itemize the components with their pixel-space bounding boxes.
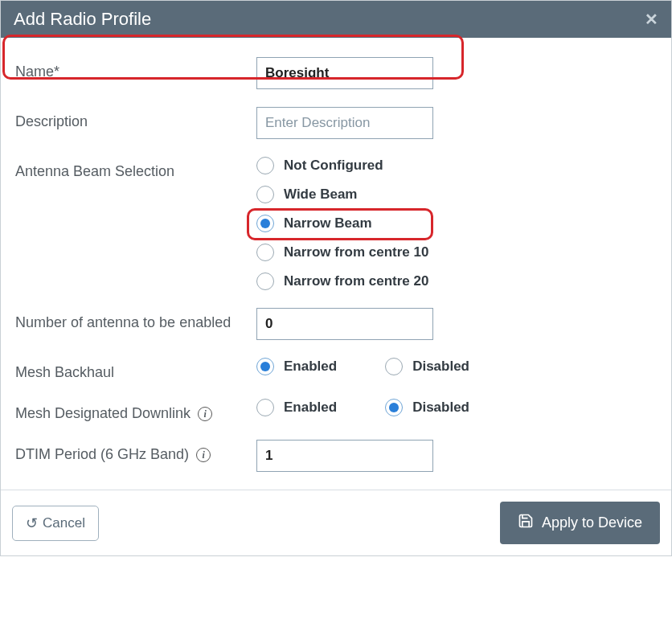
mesh-downlink-enabled[interactable]: Enabled [256,399,337,416]
mesh-backhaul-label: Mesh Backhaul [15,358,256,381]
name-input[interactable] [256,57,433,89]
radio-icon [385,358,403,375]
add-radio-profile-dialog: Add Radio Profile ✕ Name* Description An… [0,0,672,556]
dialog-body: Name* Description Antenna Beam Selection… [1,38,671,490]
info-icon[interactable]: i [198,407,212,421]
radio-icon [256,358,274,375]
dtim-label: DTIM Period (6 GHz Band) i [15,440,256,463]
cancel-button[interactable]: Cancel [12,506,99,541]
antenna-beam-option-narrow-10[interactable]: Narrow from centre 10 [256,244,657,261]
dialog-titlebar: Add Radio Profile ✕ [1,1,671,38]
name-row: Name* [15,57,657,89]
mesh-downlink-row: Mesh Designated Downlink i Enabled Disab… [15,399,657,422]
description-row: Description [15,107,657,139]
antenna-beam-option-narrow-beam[interactable]: Narrow Beam [256,215,657,232]
dialog-title: Add Radio Profile [14,9,151,30]
radio-icon [256,215,274,232]
dtim-row: DTIM Period (6 GHz Band) i [15,440,657,472]
dtim-input[interactable] [256,440,433,472]
antenna-beam-label: Antenna Beam Selection [15,157,256,180]
close-icon[interactable]: ✕ [645,10,658,29]
num-antenna-row: Number of antenna to be enabled [15,308,657,340]
mesh-backhaul-enabled[interactable]: Enabled [256,358,337,375]
mesh-backhaul-row: Mesh Backhaul Enabled Disabled [15,358,657,381]
antenna-beam-option-narrow-20[interactable]: Narrow from centre 20 [256,273,657,290]
radio-icon [256,186,274,203]
radio-icon [256,157,274,174]
antenna-beam-option-wide-beam[interactable]: Wide Beam [256,186,657,203]
mesh-downlink-disabled[interactable]: Disabled [385,399,469,416]
radio-icon [385,399,403,416]
radio-icon [256,399,274,416]
description-input[interactable] [256,107,433,139]
dialog-footer: Cancel Apply to Device [1,490,671,555]
save-icon [518,513,534,533]
antenna-beam-row: Antenna Beam Selection Not Configured Wi… [15,157,657,290]
apply-to-device-button[interactable]: Apply to Device [500,502,660,544]
mesh-downlink-label: Mesh Designated Downlink i [15,399,256,422]
name-label: Name* [15,57,256,80]
radio-icon [256,244,274,261]
description-label: Description [15,107,256,130]
undo-icon [26,514,38,532]
mesh-backhaul-disabled[interactable]: Disabled [385,358,469,375]
radio-icon [256,273,274,290]
info-icon[interactable]: i [196,448,211,462]
num-antenna-label: Number of antenna to be enabled [15,308,256,331]
num-antenna-input[interactable] [256,308,433,340]
antenna-beam-options: Not Configured Wide Beam Narrow Beam Nar… [256,157,657,290]
antenna-beam-option-not-configured[interactable]: Not Configured [256,157,657,174]
